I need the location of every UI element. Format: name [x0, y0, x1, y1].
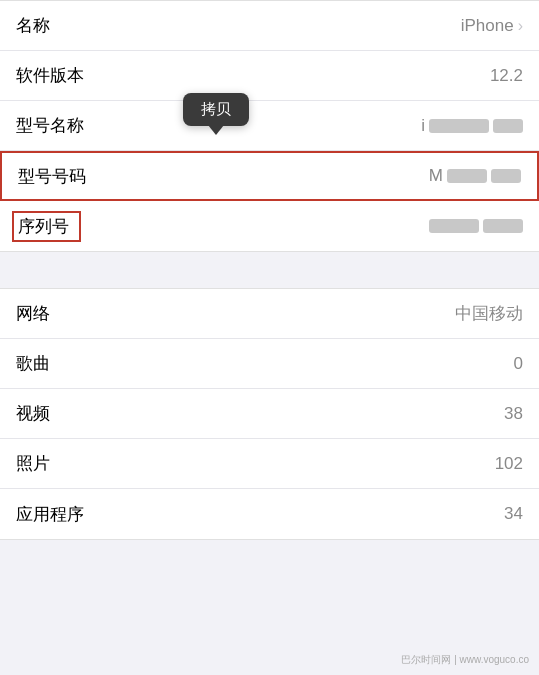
model-name-blur1: [429, 119, 489, 133]
copy-tooltip[interactable]: 拷贝: [183, 93, 249, 135]
model-name-blur2: [493, 119, 523, 133]
songs-label: 歌曲: [16, 352, 50, 375]
network-label: 网络: [16, 302, 50, 325]
photos-label: 照片: [16, 452, 50, 475]
videos-value: 38: [504, 404, 523, 424]
photos-value: 102: [495, 454, 523, 474]
device-info-section: 名称 iPhone › 软件版本 12.2 型号名称 i 型号号码 M: [0, 0, 539, 252]
photos-row[interactable]: 照片 102: [0, 439, 539, 489]
network-row[interactable]: 网络 中国移动: [0, 289, 539, 339]
serial-number-value: [429, 219, 523, 233]
tooltip-label: 拷贝: [183, 93, 249, 126]
model-name-value: i: [421, 116, 523, 136]
software-version-label: 软件版本: [16, 64, 84, 87]
name-label: 名称: [16, 14, 50, 37]
network-value: 中国移动: [455, 302, 523, 325]
serial-blur1: [429, 219, 479, 233]
model-number-blur1: [447, 169, 487, 183]
serial-blur2: [483, 219, 523, 233]
model-name-label: 型号名称: [16, 114, 84, 137]
software-version-value: 12.2: [490, 66, 523, 86]
tooltip-arrow: [208, 125, 224, 135]
songs-value: 0: [514, 354, 523, 374]
videos-label: 视频: [16, 402, 50, 425]
apps-row[interactable]: 应用程序 34: [0, 489, 539, 539]
watermark: 巴尔时间网 | www.voguco.co: [401, 653, 529, 667]
serial-number-row[interactable]: 序列号: [0, 201, 539, 251]
model-number-blur2: [491, 169, 521, 183]
settings-list: 名称 iPhone › 软件版本 12.2 型号名称 i 型号号码 M: [0, 0, 539, 540]
chevron-icon: ›: [518, 17, 523, 35]
songs-row[interactable]: 歌曲 0: [0, 339, 539, 389]
usage-section: 网络 中国移动 歌曲 0 视频 38 照片 102 应用程序 34: [0, 288, 539, 540]
name-row[interactable]: 名称 iPhone ›: [0, 1, 539, 51]
model-number-value: M: [429, 166, 521, 186]
model-number-label: 型号号码: [18, 165, 86, 188]
apps-label: 应用程序: [16, 503, 84, 526]
videos-row[interactable]: 视频 38: [0, 389, 539, 439]
serial-number-label: 序列号: [12, 211, 81, 242]
section-gap: [0, 270, 539, 288]
software-version-row[interactable]: 软件版本 12.2: [0, 51, 539, 101]
model-number-row[interactable]: 型号号码 M 拷贝: [0, 151, 539, 201]
apps-value: 34: [504, 504, 523, 524]
name-value: iPhone ›: [461, 16, 523, 36]
model-name-row[interactable]: 型号名称 i: [0, 101, 539, 151]
